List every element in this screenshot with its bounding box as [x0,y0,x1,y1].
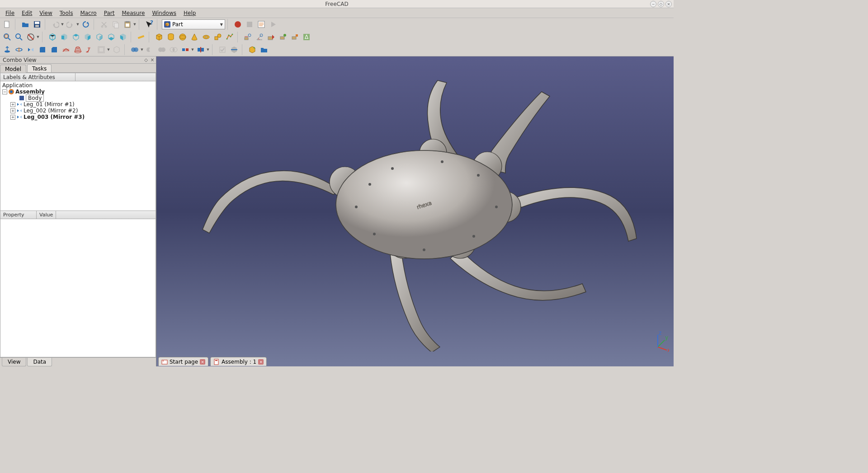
section-cut-icon[interactable] [229,44,240,55]
new-file-icon[interactable] [2,19,13,30]
panel-float-icon[interactable]: ◇ [143,57,149,63]
workbench-selector[interactable]: Part ▼ [162,19,225,29]
window-maximize-button[interactable]: ◇ [658,1,664,7]
measure-toggle-all-icon[interactable] [278,32,288,42]
part-import-icon[interactable] [247,44,258,55]
split-dropdown-icon[interactable]: ▼ [206,48,210,52]
measure-toggle-delta-icon[interactable]: Δ [301,32,312,42]
tab-start-page[interactable]: Start page × [158,357,208,366]
value-column-header[interactable]: Value [37,211,56,219]
part-cone-icon[interactable] [189,32,200,42]
draw-style-icon[interactable] [25,32,36,42]
copy-icon[interactable] [110,19,121,30]
undo-dropdown-icon[interactable]: ▼ [61,23,64,26]
measure-clear-icon[interactable] [266,32,277,42]
tab-data[interactable]: Data [27,358,52,366]
menu-measure[interactable]: Measure [118,9,148,18]
macro-stop-icon[interactable] [244,19,255,30]
menu-tools[interactable]: Tools [56,9,77,18]
macro-list-icon[interactable] [256,19,267,30]
whatsthis-icon[interactable]: ? [144,19,155,30]
model-tree[interactable]: Application − Assembly Body + [0,81,156,211]
part-chamfer-icon[interactable] [49,44,60,55]
tree-item-leg-01[interactable]: + Leg_01 (Mirror #1) [0,101,156,108]
expander-icon[interactable]: + [10,115,15,120]
save-file-icon[interactable] [32,19,42,30]
view-right-icon[interactable] [82,32,93,42]
boolean-union-icon[interactable] [156,44,167,55]
measure-angular-icon[interactable] [254,32,265,42]
zoom-fit-icon[interactable] [2,32,13,42]
view-left-icon[interactable] [118,32,128,42]
tab-model[interactable]: Model [0,65,26,73]
compound-dropdown-icon[interactable]: ▼ [140,48,144,52]
tree-root[interactable]: Application [0,82,156,89]
menu-view[interactable]: View [36,9,56,18]
part-export-icon[interactable] [259,44,269,55]
part-shapebuilder-icon[interactable] [224,32,235,42]
property-column-header[interactable]: Property [0,211,37,219]
close-tab-icon[interactable]: × [258,359,264,365]
redo-dropdown-icon[interactable]: ▼ [76,23,80,26]
tree-item-body[interactable]: Body [0,95,156,101]
offset-dropdown-icon[interactable]: ▼ [107,48,110,52]
tree-item-assembly[interactable]: − Assembly [0,89,156,95]
menu-edit[interactable]: Edit [18,9,36,18]
join-dropdown-icon[interactable]: ▼ [191,48,194,52]
expander-icon[interactable]: − [2,89,7,94]
part-compound-icon[interactable] [129,44,140,55]
tree-item-leg-003[interactable]: + Leg_003 (Mirror #3) [0,114,156,120]
part-ruled-surface-icon[interactable] [61,44,71,55]
part-primitives-icon[interactable] [212,32,223,42]
part-torus-icon[interactable] [201,32,212,42]
measure-toggle-3d-icon[interactable] [289,32,300,42]
join-connect-icon[interactable] [180,44,191,55]
expander-icon[interactable]: + [10,108,15,113]
measure-distance-icon[interactable] [136,32,146,42]
cut-icon[interactable] [99,19,109,30]
window-close-button[interactable]: × [665,1,672,7]
measure-linear-icon[interactable] [242,32,253,42]
boolean-cut-icon[interactable] [145,44,156,55]
undo-icon[interactable] [50,19,61,30]
view-isometric-icon[interactable] [47,32,58,42]
boolean-intersect-icon[interactable] [168,44,179,55]
open-file-icon[interactable] [20,19,31,30]
paste-icon[interactable] [122,19,133,30]
part-loft-icon[interactable] [72,44,83,55]
close-tab-icon[interactable]: × [200,359,205,365]
tab-view[interactable]: View [2,358,26,366]
3d-viewport[interactable]: rhexa x y z Start page × Assembly : 1 × [156,56,674,366]
macro-play-icon[interactable] [268,19,278,30]
draw-style-dropdown-icon[interactable]: ▼ [36,35,40,39]
expander-icon[interactable]: + [10,102,15,107]
view-rear-icon[interactable] [94,32,105,42]
redo-icon[interactable] [65,19,76,30]
view-bottom-icon[interactable] [106,32,117,42]
panel-close-icon[interactable]: × [150,57,155,63]
menu-windows[interactable]: Windows [148,9,180,18]
menu-macro[interactable]: Macro [76,9,100,18]
refresh-icon[interactable] [80,19,91,30]
zoom-selection-icon[interactable] [14,32,24,42]
part-sweep-icon[interactable] [84,44,95,55]
tab-assembly-1[interactable]: Assembly : 1 × [210,357,267,366]
part-box-icon[interactable] [154,32,165,42]
view-top-icon[interactable] [71,32,81,42]
menu-file[interactable]: File [2,9,18,18]
part-revolve-icon[interactable] [14,44,24,55]
part-sphere-icon[interactable] [177,32,188,42]
paste-dropdown-icon[interactable]: ▼ [133,23,137,26]
split-icon[interactable] [195,44,206,55]
view-front-icon[interactable] [59,32,70,42]
check-geometry-icon[interactable] [217,44,228,55]
part-fillet-icon[interactable] [37,44,48,55]
menu-help[interactable]: Help [180,9,199,18]
part-offset-icon[interactable] [96,44,107,55]
part-thickness-icon[interactable] [111,44,122,55]
menu-part[interactable]: Part [100,9,118,18]
part-mirror-icon[interactable] [25,44,36,55]
tree-item-leg-002[interactable]: + Leg_002 (Mirror #2) [0,108,156,114]
part-cylinder-icon[interactable] [165,32,176,42]
tab-tasks[interactable]: Tasks [27,64,52,72]
